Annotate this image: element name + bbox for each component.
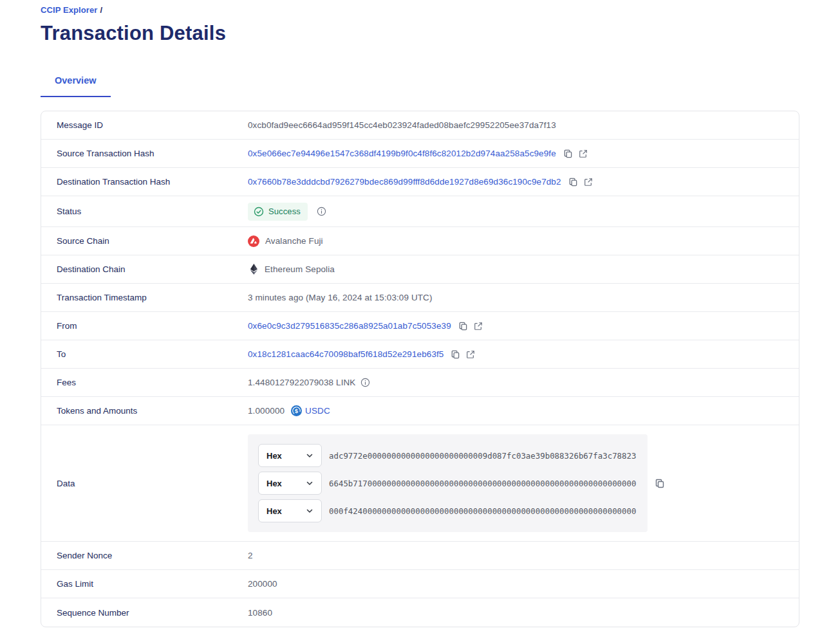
row-label: Transaction Timestamp <box>57 293 248 302</box>
info-icon[interactable] <box>360 378 370 387</box>
row-label: To <box>57 349 248 359</box>
data-format-value: Hex <box>266 451 282 461</box>
data-hex-value: 6645b71700000000000000000000000000000000… <box>329 479 636 488</box>
data-hex-box: Hex adc9772e0000000000000000000000009d08… <box>248 434 648 532</box>
row-label: Data <box>57 479 248 488</box>
table-row-status: Status Success <box>41 196 799 227</box>
data-hex-value: 000f424000000000000000000000000000000000… <box>329 506 636 516</box>
row-label: Message ID <box>57 120 248 130</box>
chevron-down-icon <box>306 507 313 515</box>
row-label: Tokens and Amounts <box>57 406 248 416</box>
info-icon[interactable] <box>317 207 326 216</box>
from-address-link[interactable]: 0x6e0c9c3d279516835c286a8925a01ab7c5053e… <box>248 321 451 331</box>
data-line: Hex 000f42400000000000000000000000000000… <box>258 499 637 522</box>
copy-icon[interactable] <box>568 177 578 187</box>
table-row-dest-tx-hash: Destination Transaction Hash 0x7660b78e3… <box>41 168 799 196</box>
usdc-icon: $ <box>291 405 302 416</box>
usdc-token-link[interactable]: USDC <box>305 406 330 416</box>
copy-icon[interactable] <box>458 321 468 331</box>
row-label: Gas Limit <box>57 579 248 589</box>
source-chain-name: Avalanche Fuji <box>265 236 323 246</box>
data-format-select[interactable]: Hex <box>258 444 322 467</box>
svg-text:$: $ <box>295 408 298 414</box>
status-badge: Success <box>248 203 308 221</box>
table-row-message-id: Message ID 0xcb0fad9eec6664ad959f145cc4e… <box>41 111 799 140</box>
token-amount: 1.000000 <box>248 406 285 416</box>
row-label: Destination Transaction Hash <box>57 177 248 187</box>
row-label: Fees <box>57 378 248 387</box>
row-label: Source Transaction Hash <box>57 149 248 158</box>
source-tx-hash-link[interactable]: 0x5e066ec7e94496e1547c368df4199b9f0c4f8f… <box>248 149 556 158</box>
row-label: Status <box>57 207 248 216</box>
dest-chain-name: Ethereum Sepolia <box>265 264 335 274</box>
copy-icon[interactable] <box>451 349 460 359</box>
copy-icon[interactable] <box>655 478 665 488</box>
transaction-details-table: Message ID 0xcb0fad9eec6664ad959f145cc4e… <box>41 111 799 627</box>
gas-limit-value: 200000 <box>248 579 277 589</box>
page-title: Transaction Details <box>41 22 799 45</box>
message-id-value: 0xcb0fad9eec6664ad959f145cc4eb023924fade… <box>248 120 556 130</box>
dest-tx-hash-link[interactable]: 0x7660b78e3dddcbd7926279bdec869d99fff8d6… <box>248 177 561 187</box>
breadcrumb: CCIP Explorer/ <box>41 5 799 15</box>
data-format-value: Hex <box>266 479 282 488</box>
sequence-number-value: 10860 <box>248 608 272 618</box>
table-row-tokens: Tokens and Amounts 1.000000 $ USDC <box>41 397 799 425</box>
data-format-value: Hex <box>266 506 282 516</box>
fees-value: 1.4480127922079038 LINK <box>248 378 355 387</box>
table-row-gas-limit: Gas Limit 200000 <box>41 570 799 598</box>
table-row-dest-chain: Destination Chain Ethereum Sepolia <box>41 255 799 284</box>
table-row-to: To 0x18c1281caac64c70098baf5f618d52e291e… <box>41 340 799 369</box>
row-label: Destination Chain <box>57 264 248 274</box>
external-link-icon[interactable] <box>579 149 588 158</box>
copy-icon[interactable] <box>563 149 573 158</box>
data-format-select[interactable]: Hex <box>258 499 322 522</box>
row-label: Sender Nonce <box>57 551 248 560</box>
transaction-details-page: CCIP Explorer/ Transaction Details Overv… <box>0 0 840 627</box>
table-row-source-tx-hash: Source Transaction Hash 0x5e066ec7e94496… <box>41 140 799 168</box>
external-link-icon[interactable] <box>474 322 483 331</box>
breadcrumb-separator: / <box>100 5 102 15</box>
external-link-icon[interactable] <box>584 178 593 187</box>
table-row-fees: Fees 1.4480127922079038 LINK <box>41 369 799 397</box>
data-format-select[interactable]: Hex <box>258 472 322 495</box>
check-circle-icon <box>254 207 264 217</box>
table-row-sender-nonce: Sender Nonce 2 <box>41 542 799 570</box>
to-address-link[interactable]: 0x18c1281caac64c70098baf5f618d52e291eb63… <box>248 349 443 359</box>
breadcrumb-ccip-explorer-link[interactable]: CCIP Explorer <box>41 5 97 15</box>
row-label: From <box>57 321 248 331</box>
chevron-down-icon <box>306 479 313 487</box>
row-label: Source Chain <box>57 236 248 246</box>
sender-nonce-value: 2 <box>248 551 253 560</box>
timestamp-value: 3 minutes ago (May 16, 2024 at 15:03:09 … <box>248 293 433 302</box>
ethereum-icon <box>250 264 257 275</box>
table-row-from: From 0x6e0c9c3d279516835c286a8925a01ab7c… <box>41 312 799 340</box>
data-line: Hex 6645b7170000000000000000000000000000… <box>258 472 637 495</box>
external-link-icon[interactable] <box>466 350 475 359</box>
table-row-timestamp: Transaction Timestamp 3 minutes ago (May… <box>41 284 799 312</box>
table-row-data: Data Hex adc9772e00000000000000000000000… <box>41 425 799 542</box>
tab-bar: Overview <box>41 69 799 97</box>
table-row-sequence-number: Sequence Number 10860 <box>41 598 799 627</box>
tab-overview[interactable]: Overview <box>41 69 111 97</box>
avalanche-icon <box>248 235 259 247</box>
data-line: Hex adc9772e0000000000000000000000009d08… <box>258 444 637 467</box>
chevron-down-icon <box>306 452 313 459</box>
data-hex-value: adc9772e0000000000000000000000009d087fc0… <box>329 451 636 461</box>
table-row-source-chain: Source Chain Avalanche Fuji <box>41 227 799 255</box>
row-label: Sequence Number <box>57 608 248 618</box>
status-badge-label: Success <box>268 207 301 216</box>
